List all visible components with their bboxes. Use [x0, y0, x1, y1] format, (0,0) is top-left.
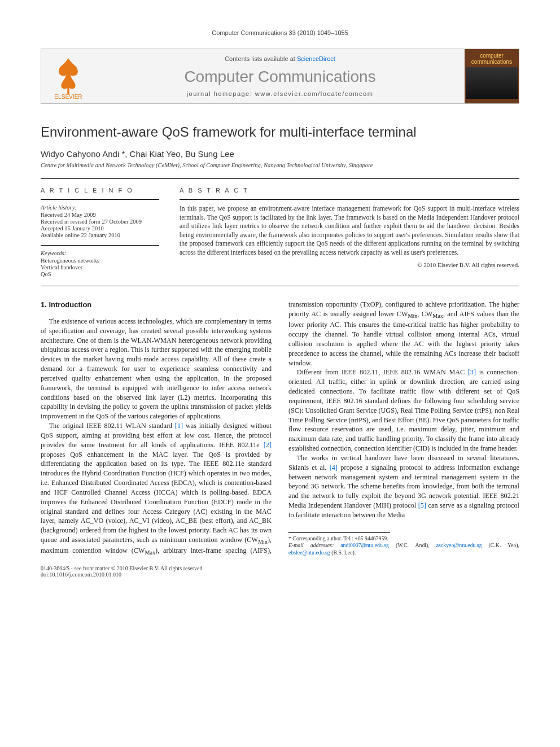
publisher-logo: ELSEVIER — [41, 49, 95, 103]
running-head: Computer Communications 33 (2010) 1049–1… — [41, 29, 519, 36]
footnotes: * Corresponding author. Tel.: +65 944679… — [288, 535, 519, 557]
page: Computer Communications 33 (2010) 1049–1… — [0, 0, 560, 600]
email-link[interactable]: asckyeo@ntu.edu.sg — [436, 542, 482, 548]
svg-text:ELSEVIER: ELSEVIER — [54, 94, 82, 100]
rule-top — [41, 178, 519, 179]
email-link[interactable]: andi0007@ntu.edu.sg — [340, 542, 389, 548]
homepage-prefix: journal homepage: — [187, 90, 255, 97]
bottom-line: 0140-3664/$ - see front matter © 2010 El… — [41, 565, 519, 578]
journal-name: Computer Communications — [184, 68, 375, 86]
cover-title: computer communications — [466, 53, 518, 65]
banner-center: Contents lists available at ScienceDirec… — [95, 49, 465, 103]
keyword: QoS — [41, 271, 159, 277]
contents-line: Contents lists available at ScienceDirec… — [225, 55, 335, 62]
citation-link[interactable]: [5] — [418, 501, 426, 509]
abstract-block: A B S T R A C T In this paper, we propos… — [180, 187, 519, 278]
history-accepted: Accepted 15 January 2010 — [41, 225, 159, 231]
abstract-text: In this paper, we propose an environment… — [180, 204, 519, 257]
info-label: A R T I C L E I N F O — [41, 187, 159, 194]
meta-row: A R T I C L E I N F O Article history: R… — [41, 187, 519, 278]
cover-art — [466, 67, 518, 99]
citation-link[interactable]: [4] — [330, 464, 338, 471]
abstract-rule — [180, 199, 519, 200]
homepage-url: www.elsevier.com/locate/comcom — [255, 90, 373, 97]
history-label: Article history: — [41, 204, 159, 211]
front-matter: 0140-3664/$ - see front matter © 2010 El… — [41, 565, 204, 571]
affiliation: Centre for Multimedia and Network Techno… — [41, 162, 519, 168]
paragraph: The existence of various access technolo… — [41, 317, 272, 421]
journal-banner: ELSEVIER Contents lists available at Sci… — [41, 49, 519, 104]
citation-link[interactable]: [1] — [175, 422, 183, 430]
history-revised: Received in revised form 27 October 2009 — [41, 219, 159, 225]
keyword: Heterogeneous networks — [41, 257, 159, 264]
citation-link[interactable]: [3] — [468, 368, 476, 376]
paragraph: Different from IEEE 802.11, IEEE 802.16 … — [288, 368, 519, 453]
bottom-left: 0140-3664/$ - see front matter © 2010 El… — [41, 565, 204, 578]
email-link[interactable]: ebslee@ntu.edu.sg — [288, 549, 330, 556]
rule-bottom — [41, 286, 519, 286]
homepage-line: journal homepage: www.elsevier.com/locat… — [187, 90, 374, 97]
abstract-copyright: © 2010 Elsevier B.V. All rights reserved… — [180, 261, 519, 268]
sciencedirect-link[interactable]: ScienceDirect — [297, 55, 335, 62]
contents-prefix: Contents lists available at — [225, 55, 297, 62]
article-info: A R T I C L E I N F O Article history: R… — [41, 187, 159, 278]
paragraph: The works in vertical handover have been… — [288, 453, 519, 520]
footnote-rule — [288, 532, 390, 533]
history-online: Available online 22 January 2010 — [41, 232, 159, 238]
authors: Widyo Cahyono Andi *, Chai Kiat Yeo, Bu … — [41, 149, 519, 159]
kw-rule — [41, 245, 159, 246]
abstract-label: A B S T R A C T — [180, 187, 519, 194]
doi: doi:10.1016/j.comcom.2010.01.010 — [41, 571, 204, 578]
history-received: Received 24 May 2009 — [41, 212, 159, 218]
elsevier-tree-icon: ELSEVIER — [45, 53, 92, 100]
emails-line: E-mail addresses: andi0007@ntu.edu.sg (W… — [288, 542, 519, 556]
info-rule — [41, 199, 159, 200]
keywords-label: Keywords: — [41, 250, 159, 256]
body-columns: 1. Introduction The existence of various… — [41, 300, 519, 557]
journal-cover: computer communications — [465, 49, 519, 103]
corresponding-author: * Corresponding author. Tel.: +65 944679… — [288, 535, 519, 543]
keyword: Vertical handover — [41, 264, 159, 270]
citation-link[interactable]: [2] — [264, 441, 272, 449]
article-title: Environment-aware QoS framework for mult… — [41, 124, 519, 140]
section-heading: 1. Introduction — [41, 300, 272, 310]
